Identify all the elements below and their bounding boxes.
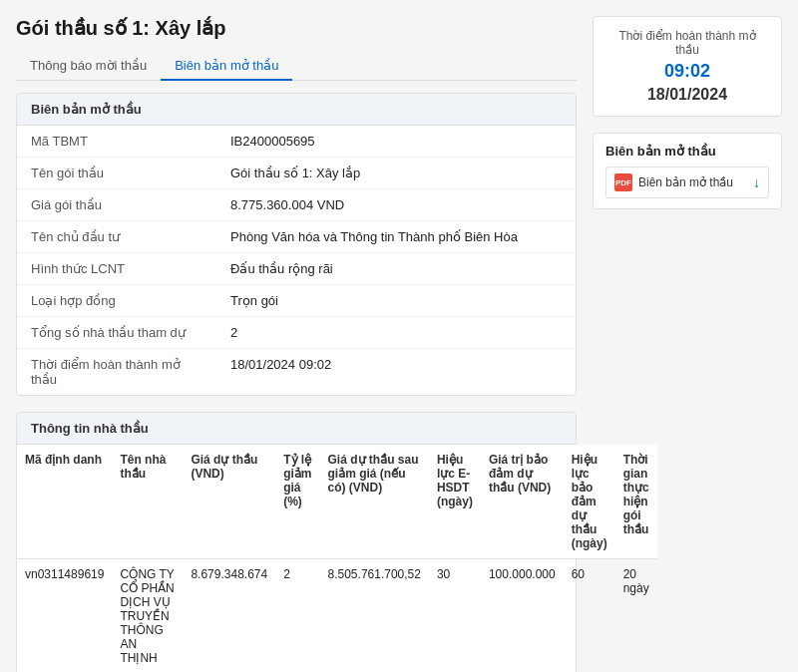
row1-bao-dam: 100.000.000 xyxy=(481,559,564,673)
info-value-ma-tbmt: IB2400005695 xyxy=(216,126,576,158)
sidebar: Thời điểm hoàn thành mở thầu 09:02 18/01… xyxy=(593,16,782,672)
info-row-ten-goi-thau: Tên gói thầu Gói thầu số 1: Xây lắp xyxy=(17,158,576,189)
col-ten: Tên nhà thầu xyxy=(112,445,183,559)
pdf-icon: PDF xyxy=(614,173,632,191)
info-table: Mã TBMT IB2400005695 Tên gói thầu Gói th… xyxy=(17,126,576,395)
contractor-card-header: Thông tin nhà thầu xyxy=(17,413,576,445)
info-card-header: Biên bản mở thầu xyxy=(17,94,576,126)
row1-ten: CÔNG TY CỔ PHẦN DỊCH VỤ TRUYỀN THÔNG AN … xyxy=(112,559,183,673)
info-row-loai-hop-dong: Loại hợp đồng Trọn gói xyxy=(17,285,576,317)
info-row-gia: Giá gói thầu 8.775.360.004 VND xyxy=(17,189,576,221)
row1-gia-sau: 8.505.761.700,52 xyxy=(320,559,429,673)
sidebar-time-label: Thời điểm hoàn thành mở thầu xyxy=(605,29,769,57)
tab-bien-ban[interactable]: Biên bản mở thầu xyxy=(161,52,292,81)
info-card: Biên bản mở thầu Mã TBMT IB2400005695 Tê… xyxy=(16,93,577,396)
info-value-loai-hop-dong: Trọn gói xyxy=(216,285,576,317)
col-ty-le: Tỷ lệ giảm giá (%) xyxy=(275,445,319,559)
sidebar-date-value: 18/01/2024 xyxy=(605,86,769,104)
info-value-ten-goi-thau: Gói thầu số 1: Xây lắp xyxy=(216,158,576,189)
col-ma: Mã định danh xyxy=(17,445,112,559)
row1-gia: 8.679.348.674 xyxy=(183,559,275,673)
sidebar-doc-title: Biên bản mở thầu xyxy=(605,144,769,159)
contractor-card: Thông tin nhà thầu Mã định danh Tên nhà … xyxy=(16,412,577,672)
col-gia-sau: Giá dự thầu sau giảm giá (nếu có) (VND) xyxy=(320,445,429,559)
doc-item-left: PDF Biên bản mở thầu xyxy=(614,173,733,191)
info-label-chu-dau-tu: Tên chủ đầu tư xyxy=(17,221,216,253)
col-gia: Giá dự thầu (VND) xyxy=(183,445,275,559)
sidebar-time-card: Thời điểm hoàn thành mở thầu 09:02 18/01… xyxy=(593,16,782,117)
sidebar-doc-card: Biên bản mở thầu PDF Biên bản mở thầu ↓ xyxy=(593,133,782,209)
info-row-hinh-thuc: Hình thức LCNT Đấu thầu rộng rãi xyxy=(17,253,576,285)
info-value-chu-dau-tu: Phòng Văn hóa và Thông tin Thành phố Biê… xyxy=(216,221,576,253)
info-label-tong-nha-thau: Tổng số nhà thầu tham dự xyxy=(17,317,216,349)
info-value-thoi-diem: 18/01/2024 09:02 xyxy=(216,349,576,396)
doc-item-label: Biên bản mở thầu xyxy=(638,175,733,189)
info-row-chu-dau-tu: Tên chủ đầu tư Phòng Văn hóa và Thông ti… xyxy=(17,221,576,253)
info-label-ma-tbmt: Mã TBMT xyxy=(17,126,216,158)
page-title: Gói thầu số 1: Xây lắp xyxy=(16,16,577,40)
col-hieu-luc: Hiệu lực E-HSDT (ngày) xyxy=(429,445,481,559)
contractor-table: Mã định danh Tên nhà thầu Giá dự thầu (V… xyxy=(17,445,657,672)
info-label-ten-goi-thau: Tên gói thầu xyxy=(17,158,216,189)
info-row-thoi-diem: Thời điểm hoàn thành mở thầu 18/01/2024 … xyxy=(17,349,576,396)
info-value-hinh-thuc: Đấu thầu rộng rãi xyxy=(216,253,576,285)
info-label-thoi-diem: Thời điểm hoàn thành mở thầu xyxy=(17,349,216,396)
tabs: Thông báo mời thầu Biên bản mở thầu xyxy=(16,52,577,81)
contractor-row-1: vn0311489619 CÔNG TY CỔ PHẦN DỊCH VỤ TRU… xyxy=(17,559,657,673)
info-label-hinh-thuc: Hình thức LCNT xyxy=(17,253,216,285)
info-row-ma-tbmt: Mã TBMT IB2400005695 xyxy=(17,126,576,158)
info-value-gia: 8.775.360.004 VND xyxy=(216,189,576,221)
row1-ty-le: 2 xyxy=(275,559,319,673)
sidebar-time-value: 09:02 xyxy=(605,61,769,82)
info-label-gia: Giá gói thầu xyxy=(17,189,216,221)
row1-hieu-luc: 30 xyxy=(429,559,481,673)
download-icon[interactable]: ↓ xyxy=(753,174,760,190)
doc-item-bien-ban[interactable]: PDF Biên bản mở thầu ↓ xyxy=(605,167,769,198)
info-row-tong-nha-thau: Tổng số nhà thầu tham dự 2 xyxy=(17,317,576,349)
info-label-loai-hop-dong: Loại hợp đồng xyxy=(17,285,216,317)
tab-thong-bao[interactable]: Thông báo mời thầu xyxy=(16,52,161,81)
row1-ma: vn0311489619 xyxy=(17,559,112,673)
col-bao-dam: Giá trị bảo đảm dự thầu (VND) xyxy=(481,445,564,559)
info-value-tong-nha-thau: 2 xyxy=(216,317,576,349)
